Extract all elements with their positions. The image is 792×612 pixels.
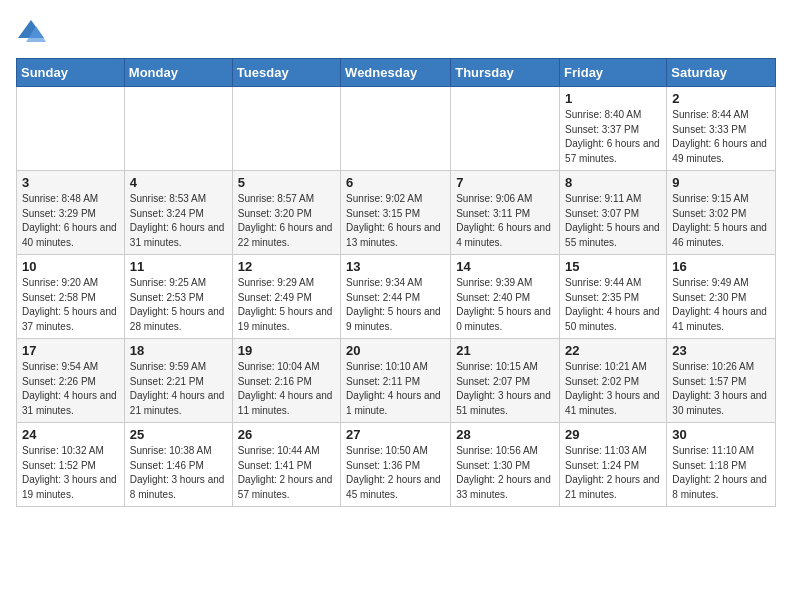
day-info: Sunrise: 8:53 AM Sunset: 3:24 PM Dayligh… — [130, 192, 227, 250]
day-info: Sunrise: 8:40 AM Sunset: 3:37 PM Dayligh… — [565, 108, 661, 166]
calendar-week-row: 17Sunrise: 9:54 AM Sunset: 2:26 PM Dayli… — [17, 339, 776, 423]
day-number: 27 — [346, 427, 445, 442]
day-number: 9 — [672, 175, 770, 190]
day-info: Sunrise: 10:56 AM Sunset: 1:30 PM Daylig… — [456, 444, 554, 502]
day-number: 25 — [130, 427, 227, 442]
day-info: Sunrise: 10:38 AM Sunset: 1:46 PM Daylig… — [130, 444, 227, 502]
day-number: 5 — [238, 175, 335, 190]
day-info: Sunrise: 9:34 AM Sunset: 2:44 PM Dayligh… — [346, 276, 445, 334]
day-info: Sunrise: 8:48 AM Sunset: 3:29 PM Dayligh… — [22, 192, 119, 250]
calendar-day-9: 9Sunrise: 9:15 AM Sunset: 3:02 PM Daylig… — [667, 171, 776, 255]
calendar-day-25: 25Sunrise: 10:38 AM Sunset: 1:46 PM Dayl… — [124, 423, 232, 507]
day-number: 11 — [130, 259, 227, 274]
calendar-day-18: 18Sunrise: 9:59 AM Sunset: 2:21 PM Dayli… — [124, 339, 232, 423]
day-info: Sunrise: 9:15 AM Sunset: 3:02 PM Dayligh… — [672, 192, 770, 250]
day-info: Sunrise: 9:44 AM Sunset: 2:35 PM Dayligh… — [565, 276, 661, 334]
day-number: 16 — [672, 259, 770, 274]
day-info: Sunrise: 10:10 AM Sunset: 2:11 PM Daylig… — [346, 360, 445, 418]
day-number: 14 — [456, 259, 554, 274]
calendar-day-3: 3Sunrise: 8:48 AM Sunset: 3:29 PM Daylig… — [17, 171, 125, 255]
day-info: Sunrise: 9:29 AM Sunset: 2:49 PM Dayligh… — [238, 276, 335, 334]
calendar-table: SundayMondayTuesdayWednesdayThursdayFrid… — [16, 58, 776, 507]
calendar-day-24: 24Sunrise: 10:32 AM Sunset: 1:52 PM Dayl… — [17, 423, 125, 507]
calendar-day-1: 1Sunrise: 8:40 AM Sunset: 3:37 PM Daylig… — [560, 87, 667, 171]
calendar-day-15: 15Sunrise: 9:44 AM Sunset: 2:35 PM Dayli… — [560, 255, 667, 339]
calendar-day-10: 10Sunrise: 9:20 AM Sunset: 2:58 PM Dayli… — [17, 255, 125, 339]
calendar-day-29: 29Sunrise: 11:03 AM Sunset: 1:24 PM Dayl… — [560, 423, 667, 507]
calendar-day-23: 23Sunrise: 10:26 AM Sunset: 1:57 PM Dayl… — [667, 339, 776, 423]
day-number: 10 — [22, 259, 119, 274]
day-info: Sunrise: 10:15 AM Sunset: 2:07 PM Daylig… — [456, 360, 554, 418]
day-info: Sunrise: 11:10 AM Sunset: 1:18 PM Daylig… — [672, 444, 770, 502]
calendar-header-monday: Monday — [124, 59, 232, 87]
day-info: Sunrise: 10:21 AM Sunset: 2:02 PM Daylig… — [565, 360, 661, 418]
calendar-week-row: 10Sunrise: 9:20 AM Sunset: 2:58 PM Dayli… — [17, 255, 776, 339]
calendar-day-22: 22Sunrise: 10:21 AM Sunset: 2:02 PM Dayl… — [560, 339, 667, 423]
day-number: 21 — [456, 343, 554, 358]
day-number: 12 — [238, 259, 335, 274]
day-number: 20 — [346, 343, 445, 358]
day-info: Sunrise: 9:39 AM Sunset: 2:40 PM Dayligh… — [456, 276, 554, 334]
page-header — [16, 16, 776, 46]
day-info: Sunrise: 9:20 AM Sunset: 2:58 PM Dayligh… — [22, 276, 119, 334]
day-number: 23 — [672, 343, 770, 358]
day-number: 8 — [565, 175, 661, 190]
calendar-day-13: 13Sunrise: 9:34 AM Sunset: 2:44 PM Dayli… — [341, 255, 451, 339]
day-info: Sunrise: 8:57 AM Sunset: 3:20 PM Dayligh… — [238, 192, 335, 250]
day-info: Sunrise: 10:32 AM Sunset: 1:52 PM Daylig… — [22, 444, 119, 502]
day-number: 4 — [130, 175, 227, 190]
calendar-day-26: 26Sunrise: 10:44 AM Sunset: 1:41 PM Dayl… — [232, 423, 340, 507]
calendar-week-row: 24Sunrise: 10:32 AM Sunset: 1:52 PM Dayl… — [17, 423, 776, 507]
calendar-day-11: 11Sunrise: 9:25 AM Sunset: 2:53 PM Dayli… — [124, 255, 232, 339]
day-number: 15 — [565, 259, 661, 274]
day-info: Sunrise: 10:04 AM Sunset: 2:16 PM Daylig… — [238, 360, 335, 418]
day-number: 13 — [346, 259, 445, 274]
calendar-day-20: 20Sunrise: 10:10 AM Sunset: 2:11 PM Dayl… — [341, 339, 451, 423]
calendar-day-12: 12Sunrise: 9:29 AM Sunset: 2:49 PM Dayli… — [232, 255, 340, 339]
day-number: 2 — [672, 91, 770, 106]
day-info: Sunrise: 9:11 AM Sunset: 3:07 PM Dayligh… — [565, 192, 661, 250]
day-info: Sunrise: 9:54 AM Sunset: 2:26 PM Dayligh… — [22, 360, 119, 418]
day-number: 18 — [130, 343, 227, 358]
day-number: 30 — [672, 427, 770, 442]
calendar-day-5: 5Sunrise: 8:57 AM Sunset: 3:20 PM Daylig… — [232, 171, 340, 255]
day-number: 19 — [238, 343, 335, 358]
calendar-day-4: 4Sunrise: 8:53 AM Sunset: 3:24 PM Daylig… — [124, 171, 232, 255]
calendar-header-wednesday: Wednesday — [341, 59, 451, 87]
day-info: Sunrise: 9:06 AM Sunset: 3:11 PM Dayligh… — [456, 192, 554, 250]
day-info: Sunrise: 10:44 AM Sunset: 1:41 PM Daylig… — [238, 444, 335, 502]
calendar-header-tuesday: Tuesday — [232, 59, 340, 87]
calendar-header-friday: Friday — [560, 59, 667, 87]
calendar-day-16: 16Sunrise: 9:49 AM Sunset: 2:30 PM Dayli… — [667, 255, 776, 339]
calendar-empty-cell — [451, 87, 560, 171]
calendar-day-2: 2Sunrise: 8:44 AM Sunset: 3:33 PM Daylig… — [667, 87, 776, 171]
day-info: Sunrise: 9:02 AM Sunset: 3:15 PM Dayligh… — [346, 192, 445, 250]
day-number: 28 — [456, 427, 554, 442]
day-number: 22 — [565, 343, 661, 358]
day-info: Sunrise: 8:44 AM Sunset: 3:33 PM Dayligh… — [672, 108, 770, 166]
calendar-day-28: 28Sunrise: 10:56 AM Sunset: 1:30 PM Dayl… — [451, 423, 560, 507]
day-number: 7 — [456, 175, 554, 190]
calendar-empty-cell — [232, 87, 340, 171]
calendar-header-row: SundayMondayTuesdayWednesdayThursdayFrid… — [17, 59, 776, 87]
day-number: 1 — [565, 91, 661, 106]
calendar-day-19: 19Sunrise: 10:04 AM Sunset: 2:16 PM Dayl… — [232, 339, 340, 423]
calendar-header-thursday: Thursday — [451, 59, 560, 87]
calendar-day-21: 21Sunrise: 10:15 AM Sunset: 2:07 PM Dayl… — [451, 339, 560, 423]
day-info: Sunrise: 9:59 AM Sunset: 2:21 PM Dayligh… — [130, 360, 227, 418]
calendar-day-7: 7Sunrise: 9:06 AM Sunset: 3:11 PM Daylig… — [451, 171, 560, 255]
calendar-empty-cell — [124, 87, 232, 171]
day-number: 3 — [22, 175, 119, 190]
calendar-week-row: 3Sunrise: 8:48 AM Sunset: 3:29 PM Daylig… — [17, 171, 776, 255]
logo — [16, 16, 50, 46]
day-number: 24 — [22, 427, 119, 442]
day-number: 29 — [565, 427, 661, 442]
day-info: Sunrise: 10:26 AM Sunset: 1:57 PM Daylig… — [672, 360, 770, 418]
calendar-empty-cell — [341, 87, 451, 171]
calendar-day-17: 17Sunrise: 9:54 AM Sunset: 2:26 PM Dayli… — [17, 339, 125, 423]
day-info: Sunrise: 9:25 AM Sunset: 2:53 PM Dayligh… — [130, 276, 227, 334]
calendar-day-8: 8Sunrise: 9:11 AM Sunset: 3:07 PM Daylig… — [560, 171, 667, 255]
calendar-week-row: 1Sunrise: 8:40 AM Sunset: 3:37 PM Daylig… — [17, 87, 776, 171]
calendar-header-saturday: Saturday — [667, 59, 776, 87]
calendar-empty-cell — [17, 87, 125, 171]
